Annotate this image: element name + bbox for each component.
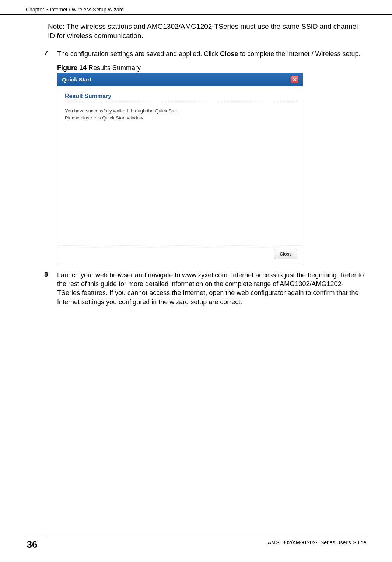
step-text: Launch your web browser and navigate to … — [57, 271, 366, 306]
chapter-title: Chapter 3 Internet / Wireless Setup Wiza… — [26, 7, 124, 13]
dialog-titlebar: Quick Start — [57, 73, 303, 86]
step-number: 7 — [44, 49, 57, 58]
note-block: Note: The wireless stations and AMG1302/… — [48, 22, 363, 40]
step-7: 7 The configuration settings are saved a… — [44, 49, 366, 58]
result-summary-heading: Result Summary — [65, 93, 295, 103]
page-footer: 36 AMG1302/AMG1202-TSeries User's Guide — [0, 534, 392, 555]
step7-after: to complete the Internet / Wireless setu… — [238, 50, 360, 58]
dialog-title: Quick Start — [62, 76, 91, 83]
page-number: 36 — [26, 534, 46, 555]
guide-name: AMG1302/AMG1202-TSeries User's Guide — [46, 534, 366, 555]
close-icon[interactable] — [291, 76, 298, 83]
dialog-body: Result Summary You have successfully wal… — [57, 86, 303, 245]
step7-before: The configuration settings are saved and… — [57, 50, 220, 58]
main-content: Note: The wireless stations and AMG1302/… — [0, 22, 392, 306]
figure-caption: Figure 14 Results Summary — [57, 64, 366, 72]
result-line-2: Please close this Quick Start window. — [65, 114, 295, 122]
note-text: The wireless stations and AMG1302/AMG120… — [48, 22, 358, 39]
page-header: Chapter 3 Internet / Wireless Setup Wiza… — [0, 0, 392, 15]
step7-bold: Close — [220, 50, 238, 58]
step-number: 8 — [44, 271, 57, 306]
result-line-1: You have successfully walked through the… — [65, 107, 295, 115]
figure-number: Figure 14 — [57, 64, 88, 72]
result-text: You have successfully walked through the… — [65, 107, 295, 122]
step-8: 8 Launch your web browser and navigate t… — [44, 271, 366, 306]
dialog-footer: Close — [57, 245, 303, 263]
step-text: The configuration settings are saved and… — [57, 49, 360, 58]
note-prefix: Note: — [48, 22, 66, 30]
figure-title: Results Summary — [88, 64, 141, 72]
close-button[interactable]: Close — [274, 249, 297, 259]
screenshot-dialog: Quick Start Result Summary You have succ… — [57, 73, 303, 263]
footer-content: 36 AMG1302/AMG1202-TSeries User's Guide — [26, 534, 366, 555]
